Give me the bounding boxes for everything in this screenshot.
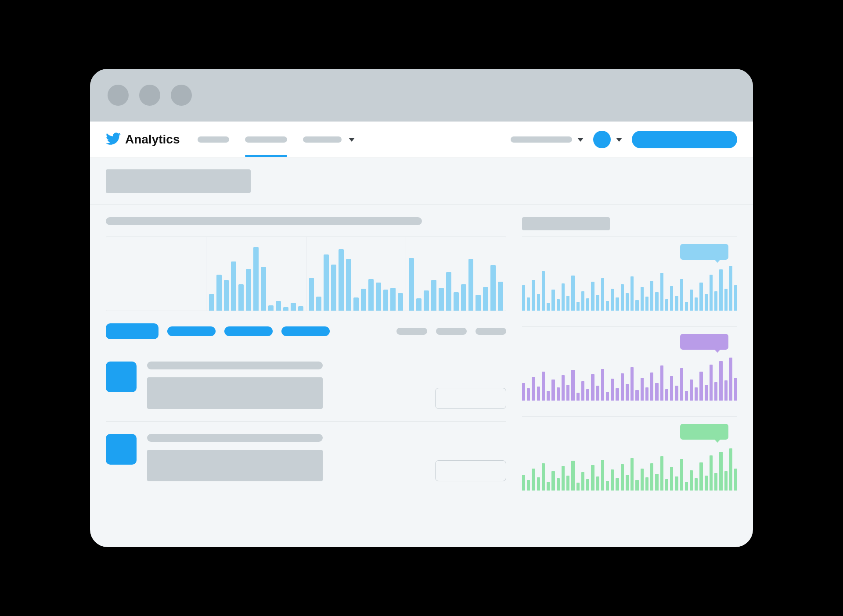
primary-cta-button[interactable]: [632, 131, 737, 148]
window-control-zoom[interactable]: [171, 85, 192, 106]
sidebar: [522, 205, 753, 547]
page-header: [90, 158, 753, 205]
chevron-down-icon: [349, 136, 355, 143]
page-title: [106, 169, 251, 193]
sidebar-title: [522, 217, 610, 230]
filter-tab-2[interactable]: [167, 326, 216, 336]
sort-option-3[interactable]: [476, 328, 506, 335]
brand-name: Analytics: [125, 133, 180, 147]
chart-panel: [406, 237, 506, 311]
nav-tab-2[interactable]: [245, 136, 287, 143]
app-window: Analytics: [90, 69, 753, 547]
filter-tab-3[interactable]: [224, 326, 273, 336]
top-nav: Analytics: [90, 122, 753, 158]
chart-panel: [206, 237, 306, 311]
view-details-button[interactable]: [435, 460, 506, 481]
chart-panel: [106, 237, 206, 311]
main-chart-panels: [106, 236, 506, 311]
tooltip-badge: [680, 424, 728, 440]
tweet-meta-line: [147, 362, 323, 369]
twitter-bird-icon: [106, 131, 121, 148]
tweet-text-block: [147, 377, 323, 409]
side-chart-blue: [522, 244, 737, 311]
sort-option-1[interactable]: [396, 328, 427, 335]
nav-tab-3[interactable]: [303, 136, 355, 143]
account-menu[interactable]: [593, 131, 622, 148]
avatar: [593, 131, 611, 148]
tooltip-badge: [680, 244, 728, 260]
list-item: [106, 422, 506, 494]
brand[interactable]: Analytics: [106, 131, 180, 148]
tweet-meta-line: [147, 434, 323, 442]
nav-tab-1[interactable]: [198, 136, 229, 143]
sort-option-2[interactable]: [436, 328, 467, 335]
nav-tabs: [198, 136, 355, 143]
chart-panel: [306, 237, 407, 311]
filter-tab-4[interactable]: [281, 326, 330, 336]
chevron-down-icon: [577, 136, 584, 143]
window-control-close[interactable]: [108, 85, 129, 106]
filter-tab-1[interactable]: [106, 323, 159, 339]
view-details-button[interactable]: [435, 388, 506, 409]
tooltip-badge: [680, 334, 728, 350]
date-range-select[interactable]: [511, 136, 584, 143]
side-chart-green: [522, 424, 737, 491]
tweet-thumbnail[interactable]: [106, 434, 137, 465]
section-subtitle: [106, 217, 422, 225]
list-item: [106, 349, 506, 422]
tweet-list: [106, 349, 506, 494]
tweet-text-block: [147, 450, 323, 481]
window-titlebar: [90, 69, 753, 122]
window-control-minimize[interactable]: [139, 85, 160, 106]
filter-tabs: [106, 311, 506, 349]
chevron-down-icon: [616, 136, 622, 143]
tweet-thumbnail[interactable]: [106, 362, 137, 392]
side-chart-purple: [522, 334, 737, 401]
